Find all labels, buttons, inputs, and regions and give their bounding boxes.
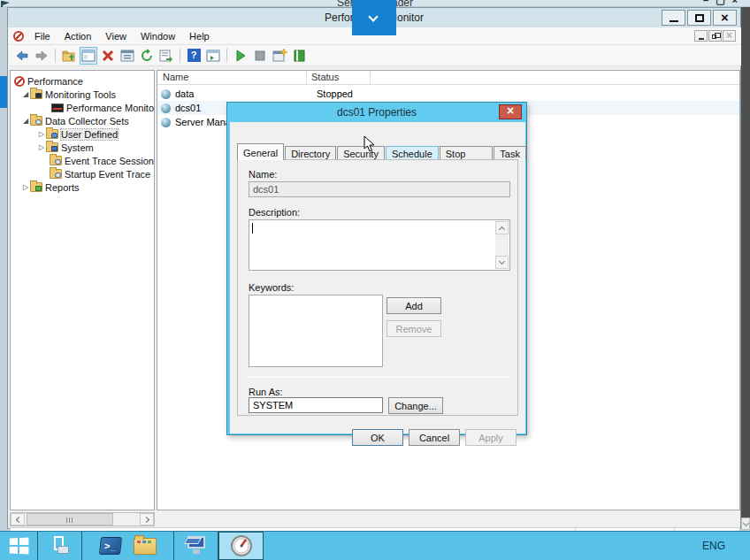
minimize-icon[interactable]: – — [703, 0, 708, 6]
report-button[interactable] — [290, 47, 308, 65]
desktop: Server Manager – ▢ × Performance Monitor… — [0, 0, 750, 560]
tab-general[interactable]: General — [237, 143, 284, 160]
powershell-icon[interactable] — [98, 537, 121, 555]
list-row-data[interactable]: data Stopped — [157, 87, 739, 101]
menu-window[interactable]: Window — [134, 29, 182, 43]
start-collector-button[interactable] — [232, 47, 249, 65]
column-separator[interactable] — [370, 71, 371, 85]
minimize-icon — [670, 20, 678, 22]
performance-monitor-gauge-icon — [230, 534, 253, 557]
scroll-down-button[interactable] — [741, 518, 750, 530]
column-separator[interactable] — [306, 71, 307, 85]
taskbar-server-manager[interactable] — [38, 532, 82, 560]
child-minimize-button[interactable] — [694, 30, 708, 42]
collapsed-arrow-icon[interactable]: ▷ — [21, 183, 30, 191]
run-as-field[interactable] — [249, 397, 383, 413]
tab-stop-condition[interactable]: Stop Condition — [440, 146, 493, 160]
toolbar-separator — [226, 49, 227, 63]
report-mini-icon — [35, 186, 42, 191]
description-field[interactable] — [249, 219, 510, 271]
cancel-button[interactable]: Cancel — [409, 429, 460, 446]
tree-item-label: Performance Monitor — [66, 103, 155, 113]
expanded-arrow-icon[interactable]: ◢ — [21, 117, 30, 125]
restore-icon[interactable]: ▢ — [716, 0, 724, 6]
export-list-icon — [159, 50, 173, 62]
file-explorer-icon[interactable] — [134, 538, 157, 555]
tree-item-label: User Defined — [61, 129, 118, 140]
taskbar-computer-management[interactable] — [174, 532, 218, 560]
server-manager-window-controls[interactable]: – ▢ × — [703, 0, 738, 6]
properties-button[interactable] — [119, 47, 136, 65]
tree-item-performance[interactable]: Performance — [14, 74, 83, 88]
chevron-down-icon — [743, 520, 749, 526]
grip-icon — [66, 518, 73, 523]
tree-item-event-trace-sessions[interactable]: Event Trace Sessions — [50, 154, 155, 167]
scroll-left-button[interactable] — [11, 513, 25, 525]
remove-button[interactable]: Remove — [386, 320, 441, 337]
tab-schedule[interactable]: Schedule — [386, 146, 439, 160]
help-button[interactable] — [185, 47, 203, 65]
column-header-name[interactable]: Name — [163, 72, 188, 82]
maximize-button[interactable] — [687, 10, 711, 26]
tree-item-performance-monitor[interactable]: Performance Monitor — [51, 101, 155, 114]
reports-folder-icon — [30, 182, 42, 192]
menu-file[interactable]: File — [27, 29, 57, 43]
scroll-right-button[interactable] — [140, 513, 154, 525]
server-manager-dropdown-button[interactable] — [352, 0, 396, 35]
tree-horizontal-scrollbar[interactable] — [10, 512, 155, 526]
close-icon[interactable]: × — [732, 0, 738, 6]
menu-action[interactable]: Action — [57, 29, 99, 43]
change-button[interactable]: Change... — [388, 397, 443, 414]
start-button[interactable] — [0, 532, 38, 560]
stop-collector-button[interactable] — [251, 47, 269, 65]
child-close-button[interactable] — [723, 30, 736, 42]
tab-task[interactable]: Task — [494, 146, 526, 160]
show-pane-button[interactable] — [204, 47, 222, 65]
export-button[interactable] — [60, 47, 78, 65]
name-field[interactable] — [249, 181, 510, 197]
forward-button[interactable] — [33, 47, 50, 65]
tab-directory[interactable]: Directory — [285, 146, 336, 160]
tree-item-user-defined[interactable]: ▷ User Defined — [37, 127, 118, 141]
collapsed-arrow-icon[interactable]: ▷ — [37, 143, 46, 151]
tab-security[interactable]: Security — [337, 146, 385, 160]
language-badge[interactable]: ENG — [702, 540, 725, 552]
menu-help[interactable]: Help — [182, 29, 217, 43]
scroll-up-button[interactable] — [495, 221, 509, 234]
back-button[interactable] — [13, 47, 31, 65]
show-console-tree-button[interactable] — [80, 47, 97, 65]
dialog-close-button[interactable] — [499, 104, 522, 119]
taskbar-performance-monitor-active[interactable] — [218, 532, 264, 560]
clock-mini-icon — [55, 173, 61, 178]
general-tab-page: Name: Description: Keywords: Add Remove … — [237, 159, 518, 416]
scrollbar-track[interactable] — [25, 513, 140, 525]
tree-item-reports[interactable]: ▷ Reports — [21, 180, 80, 194]
keywords-listbox[interactable] — [249, 295, 383, 367]
new-collector-set-button[interactable] — [271, 47, 288, 65]
apply-button[interactable]: Apply — [465, 429, 517, 446]
description-scrollbar[interactable] — [495, 221, 509, 269]
minimize-button[interactable] — [662, 10, 685, 26]
tree-item-label: Reports — [45, 182, 80, 193]
clock-mini-icon — [55, 159, 61, 165]
tree-item-data-collector-sets[interactable]: ◢ Data Collector Sets — [21, 114, 129, 127]
expanded-arrow-icon[interactable]: ◢ — [21, 90, 30, 98]
chevron-down-icon — [368, 12, 378, 21]
ok-button[interactable]: OK — [352, 429, 403, 446]
refresh-button[interactable] — [138, 47, 156, 65]
description-label: Description: — [249, 207, 300, 218]
collapsed-arrow-icon[interactable]: ▷ — [37, 130, 46, 138]
scrollbar-thumb[interactable] — [27, 513, 113, 525]
delete-button[interactable] — [99, 47, 117, 65]
child-restore-button[interactable] — [708, 30, 722, 42]
scroll-down-button[interactable] — [495, 256, 509, 269]
tree-item-startup-event-trace-sessions[interactable]: Startup Event Trace Ses — [50, 167, 155, 180]
menu-view[interactable]: View — [98, 29, 134, 43]
column-header-status[interactable]: Status — [311, 72, 339, 82]
tree-item-monitoring-tools[interactable]: ◢ Monitoring Tools — [21, 88, 116, 101]
tree-item-system[interactable]: ▷ System — [37, 141, 94, 154]
tree-item-label: Performance — [27, 76, 83, 87]
export-list-button[interactable] — [157, 47, 175, 65]
add-button[interactable]: Add — [386, 297, 441, 314]
close-button[interactable] — [713, 10, 737, 26]
